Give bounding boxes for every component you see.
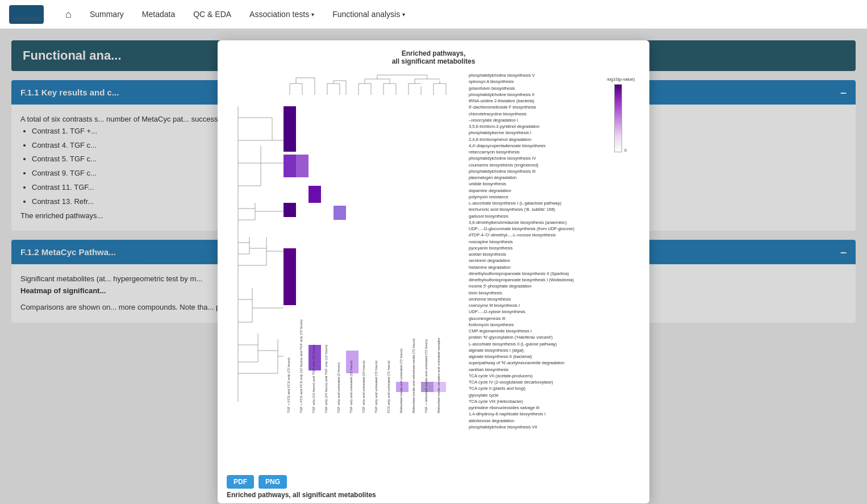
pathway-item: gluconeogenesis III: [469, 315, 601, 322]
legend-area: -log10(p-value) 0: [601, 72, 640, 334]
column-labels-group: TGF + FCS and FCS only (72 hours) TGF + …: [287, 319, 440, 334]
pathway-item: polymyxin resistance: [469, 194, 601, 200]
pathway-item: CMP-legionaminite biosynthesis I: [469, 328, 601, 334]
heatmap-cell: [309, 186, 321, 203]
pathway-item: acetan biosynthesis: [469, 251, 601, 257]
association-dropdown-arrow: ▾: [311, 11, 314, 18]
pathway-item: coumarins biosynthesis (engineered): [469, 162, 601, 168]
pathway-item: coenzyme M biosynthesis I: [469, 302, 601, 309]
pathway-item: 3,6-dimethylbenzimidazole biosynthesis (…: [469, 219, 601, 226]
pathway-item: inosine 5'-phosphate degradation: [469, 283, 601, 289]
logo-sub: GENOMICS: [12, 16, 40, 22]
pathway-item: gadusol biosynthesis: [469, 213, 601, 219]
dendrogram-top: [290, 75, 446, 95]
pathway-list: phosphatidylcholine biosynthesis Vspinos…: [464, 72, 601, 334]
pathway-item: rebeccamycin biosynthesis: [469, 149, 601, 155]
heatmap-svg-container: TGF + FCS and FCS only (72 hours) TGF + …: [227, 72, 464, 334]
pathway-item: phosphatidylserine biosynthesis I: [469, 130, 601, 136]
modal-overlay[interactable]: Enriched pathways, all significant metab…: [0, 29, 867, 334]
pathway-item: phosphatidylcholine biosynthesis II: [469, 91, 601, 98]
home-link[interactable]: ⌂: [59, 0, 78, 29]
modal-title: Enriched pathways, all significant metab…: [227, 49, 640, 65]
dendrogram-left: [238, 106, 284, 334]
heatmap-cell: [284, 248, 296, 305]
pathway-item: griseofulvin biosynthesis: [469, 85, 601, 91]
pathway-item: 6'-dachloromelloside F biosynthesis: [469, 104, 601, 110]
heatmap-cell: [284, 203, 296, 217]
pathway-item: dimethylsulfoniopropanoate biosynthesis …: [469, 270, 601, 277]
pathway-item: phosphatidylcholine biosynthesis V: [469, 72, 601, 78]
pathway-item: tRNA-uridine 2-thiolation (bacteria): [469, 98, 601, 104]
nav-summary[interactable]: Summary: [83, 0, 131, 29]
pathway-item: UDP-...-D-xylose biosynthesis: [469, 309, 601, 315]
pathway-item: noscapine biosynthesis: [469, 239, 601, 245]
modal-chart-area: TGF + FCS and FCS only (72 hours) TGF + …: [227, 72, 640, 334]
pathway-item: teichuronic acid biosynthesis ('B. subti…: [469, 206, 601, 213]
heatmap-cell: [284, 155, 296, 177]
pathway-item: siroheme biosynthesis: [469, 296, 601, 302]
logo-box: fios GENOMICS: [9, 5, 44, 24]
pathway-item: bixin biosynthesis: [469, 290, 601, 296]
pathway-item: dimethylsulfoniopropanoate biosynthesis …: [469, 277, 601, 283]
pathway-item: chlorotetracycline biosynthesis: [469, 111, 601, 117]
pathway-item: fosfomycin biosynthesis: [469, 322, 601, 328]
pathway-item: UDP-...-D-glucuronate biosynthesis (from…: [469, 226, 601, 232]
heatmap-svg: TGF + FCS and FCS only (72 hours) TGF + …: [227, 72, 454, 334]
nav-metadata[interactable]: Metadata: [135, 0, 182, 29]
pathway-item: phosphatidylcholine biosynthesis III: [469, 168, 601, 174]
pathway-item: uridide biosynthesis: [469, 181, 601, 187]
pathway-item: phosphatidylcholine biosynthesis IV: [469, 155, 601, 161]
pathway-item: serotonin degradation: [469, 257, 601, 264]
col-label-1: TGF + FCS and FCS only (12 hours) and TG…: [299, 319, 303, 334]
pathway-item: –resorcylate degradation I: [469, 117, 601, 123]
pathway-item: histamine degradation: [469, 264, 601, 270]
logo-text: fios: [18, 7, 34, 16]
pathway-item: dopamine degradation: [469, 188, 601, 194]
pathway-item: pyocyanin biosynthesis: [469, 245, 601, 251]
logo: fios GENOMICS: [9, 5, 47, 24]
pathway-item: plasmalogen degradation: [469, 174, 601, 181]
pathway-item: spinosyn A biosynthesis: [469, 78, 601, 85]
pathway-item: 4,4'-diapoycopentadienoate biosynthesis: [469, 143, 601, 149]
nav-functional[interactable]: Functional analysis ▾: [326, 0, 412, 29]
functional-dropdown-arrow: ▾: [402, 11, 405, 18]
heatmap-cell: [334, 206, 346, 220]
nav-association[interactable]: Association tests ▾: [243, 0, 321, 29]
nav-qceda[interactable]: QC & EDA: [186, 0, 238, 29]
pathway-item: 3,5,6-trichloro-2-pyridinol degradation: [469, 123, 601, 130]
pathway-item: L-ascorbate biosynthesis I (L-galactose …: [469, 200, 601, 206]
navbar: fios GENOMICS ⌂ Summary Metadata QC & ED…: [0, 0, 867, 29]
modal-inner: Enriched pathways, all significant metab…: [218, 40, 649, 334]
legend-labels: 0: [624, 84, 627, 152]
legend-title: -log10(p-value): [606, 77, 635, 82]
heatmap-cell: [296, 155, 309, 177]
pathway-item: 2,4,6-trichlorophenol degradation: [469, 136, 601, 143]
modal-box: Enriched pathways, all significant metab…: [218, 40, 649, 334]
pathway-item: dTDP-4-'O'-dimethyl-...-L-novose biosynt…: [469, 232, 601, 238]
heatmap-cell: [284, 106, 296, 152]
legend-gradient: [614, 84, 622, 152]
